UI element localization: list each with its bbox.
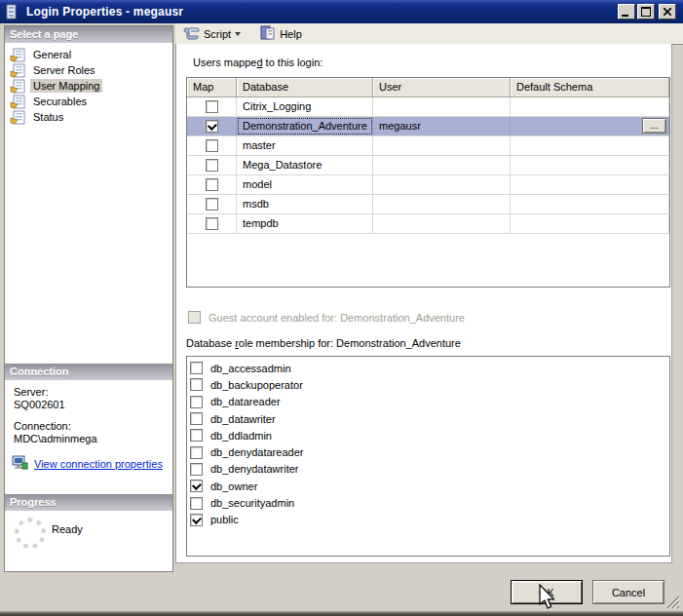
- list-item[interactable]: db_denydatawriter: [190, 461, 669, 478]
- map-checkbox[interactable]: [206, 139, 218, 152]
- user-cell: megausr: [373, 117, 511, 135]
- list-item[interactable]: db_owner: [190, 478, 669, 494]
- map-checkbox[interactable]: [206, 178, 218, 191]
- sidebar-item-label: Status: [30, 110, 66, 124]
- role-checkbox[interactable]: [190, 429, 203, 442]
- progress-header: Progress: [5, 494, 172, 511]
- user-cell: [373, 195, 511, 213]
- default-schema-ellipsis-button[interactable]: ...: [642, 118, 666, 134]
- user-cell: [373, 156, 511, 174]
- list-item[interactable]: db_datawriter: [190, 410, 669, 427]
- script-button[interactable]: Script: [177, 24, 247, 43]
- user-cell: [373, 97, 511, 116]
- role-checkbox[interactable]: [190, 412, 203, 425]
- guest-account-checkbox: [188, 311, 201, 324]
- list-item[interactable]: db_backupoperator: [190, 376, 669, 393]
- sidebar-item-general[interactable]: General: [5, 47, 172, 62]
- close-button[interactable]: [659, 4, 676, 19]
- main-panel: Users mapped to this login: MapDatabaseU…: [175, 44, 672, 563]
- table-body: Citrix_LoggingDemonstration_Adventuremeg…: [187, 97, 669, 234]
- role-checkbox[interactable]: [190, 497, 203, 510]
- default-schema-cell: [511, 97, 669, 116]
- ok-button[interactable]: OK: [511, 580, 583, 604]
- connection-label: Connection:: [14, 420, 71, 432]
- page-list: GeneralServer RolesUser MappingSecurable…: [5, 47, 172, 125]
- role-checkbox[interactable]: [190, 378, 203, 391]
- list-item[interactable]: db_securityadmin: [190, 494, 669, 511]
- role-label: db_backupoperator: [210, 379, 303, 391]
- role-label: db_ddladmin: [210, 430, 272, 442]
- map-checkbox[interactable]: [206, 120, 218, 133]
- help-button[interactable]: Help: [254, 24, 308, 43]
- table-row[interactable]: model: [187, 175, 669, 195]
- table-row[interactable]: tempdb: [187, 214, 669, 234]
- sidebar-item-user-mapping[interactable]: User Mapping: [5, 78, 172, 94]
- window-bottom-border: [0, 611, 683, 616]
- role-label: public: [210, 514, 239, 525]
- role-checkbox[interactable]: [190, 446, 203, 459]
- cancel-button[interactable]: Cancel: [592, 580, 664, 604]
- database-cell: Mega_Datastore: [237, 156, 373, 174]
- server-label: Server:: [14, 386, 48, 398]
- map-cell: [187, 175, 237, 194]
- role-checkbox[interactable]: [190, 514, 203, 526]
- connection-properties-icon: [12, 455, 28, 472]
- table-row[interactable]: Mega_Datastore: [187, 156, 669, 175]
- sidebar: Select a page GeneralServer RolesUser Ma…: [4, 25, 173, 572]
- role-checkbox[interactable]: [190, 396, 203, 408]
- list-item[interactable]: db_ddladmin: [190, 427, 669, 443]
- script-icon: [183, 25, 200, 42]
- role-checkbox[interactable]: [190, 362, 203, 374]
- list-item[interactable]: db_accessadmin: [190, 360, 669, 376]
- role-checkbox[interactable]: [190, 463, 203, 476]
- column-header-default-schema[interactable]: Default Schema: [511, 78, 669, 97]
- default-schema-cell: [511, 175, 669, 194]
- role-label: db_datawriter: [210, 413, 276, 425]
- sidebar-item-label: User Mapping: [30, 79, 102, 93]
- table-row[interactable]: Demonstration_Adventuremegausr...: [187, 117, 669, 136]
- script-button-label: Script: [204, 28, 231, 40]
- resize-grip[interactable]: [665, 595, 680, 609]
- table-row[interactable]: master: [187, 136, 669, 156]
- sidebar-item-server-roles[interactable]: Server Roles: [5, 62, 172, 78]
- connection-header: Connection: [5, 364, 172, 380]
- minimize-button[interactable]: [618, 4, 635, 19]
- sidebar-item-label: General: [30, 48, 74, 61]
- view-connection-properties-link[interactable]: View connection properties: [34, 458, 163, 470]
- role-membership-list: db_accessadmindb_backupoperatordb_datare…: [186, 356, 670, 557]
- page-icon: [10, 110, 26, 125]
- table-row[interactable]: Citrix_Logging: [187, 97, 669, 117]
- table-row[interactable]: msdb: [187, 195, 669, 214]
- list-item[interactable]: db_denydatareader: [190, 443, 669, 460]
- map-checkbox[interactable]: [206, 217, 218, 230]
- list-item[interactable]: public: [190, 512, 669, 528]
- page-icon: [10, 95, 26, 109]
- map-cell: [187, 195, 237, 213]
- map-checkbox[interactable]: [206, 198, 218, 211]
- help-icon: [260, 25, 276, 42]
- role-label: db_owner: [210, 481, 257, 492]
- page-icon: [10, 63, 26, 78]
- close-icon: [664, 8, 671, 16]
- table-header-row: MapDatabaseUserDefault Schema: [187, 78, 669, 97]
- column-header-user[interactable]: User: [373, 78, 511, 97]
- role-label: db_denydatawriter: [210, 463, 299, 475]
- map-cell: [187, 156, 237, 174]
- list-item[interactable]: db_datareader: [190, 394, 669, 410]
- map-checkbox[interactable]: [206, 100, 218, 113]
- script-dropdown-arrow-icon[interactable]: [235, 32, 241, 36]
- server-value: SQ002601: [14, 399, 65, 410]
- sidebar-item-status[interactable]: Status: [5, 109, 172, 125]
- toolbar: Script Help: [175, 23, 683, 45]
- maximize-icon: [641, 7, 651, 17]
- sidebar-item-securables[interactable]: Securables: [5, 94, 172, 109]
- map-cell: [187, 117, 237, 135]
- role-label: db_securityadmin: [210, 497, 294, 509]
- map-checkbox[interactable]: [206, 159, 218, 172]
- maximize-button[interactable]: [637, 4, 655, 19]
- column-header-database[interactable]: Database: [237, 78, 373, 97]
- default-schema-cell: [511, 214, 669, 233]
- column-header-map[interactable]: Map: [187, 78, 237, 97]
- role-checkbox[interactable]: [190, 480, 203, 492]
- progress-status: Ready: [52, 523, 83, 535]
